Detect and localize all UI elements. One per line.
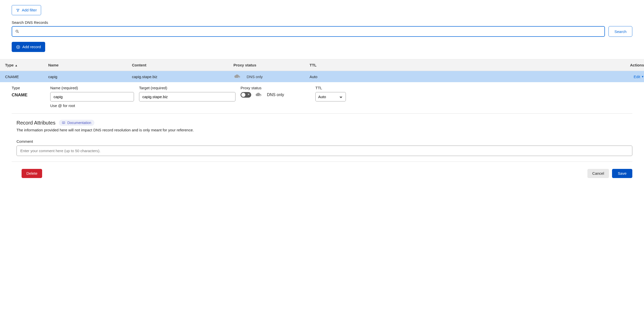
- proxy-label: Proxy status: [241, 86, 315, 90]
- cloud-icon: [233, 74, 242, 79]
- cell-ttl: Auto: [310, 75, 345, 79]
- add-filter-label: Add filter: [22, 8, 37, 12]
- col-content[interactable]: Content: [132, 63, 233, 67]
- col-actions: Actions: [345, 63, 644, 67]
- cell-content: capig.stape.biz: [132, 75, 233, 79]
- col-proxy[interactable]: Proxy status: [233, 63, 310, 67]
- cell-type: CNAME: [5, 75, 48, 79]
- cloud-icon: [255, 92, 263, 97]
- save-button[interactable]: Save: [612, 169, 632, 178]
- comment-input[interactable]: [16, 146, 632, 156]
- proxy-toggle[interactable]: ✕: [241, 92, 251, 98]
- name-input[interactable]: [50, 92, 134, 101]
- filter-icon: [16, 8, 20, 12]
- search-button[interactable]: Search: [608, 26, 632, 37]
- attributes-desc: The information provided here will not i…: [16, 128, 632, 132]
- plus-circle-icon: [16, 45, 20, 49]
- delete-button[interactable]: Delete: [22, 169, 42, 178]
- proxy-text: DNS only: [267, 93, 284, 97]
- ttl-select[interactable]: Auto: [315, 92, 346, 101]
- attributes-title: Record Attributes: [16, 120, 55, 126]
- add-filter-button[interactable]: Add filter: [12, 5, 41, 15]
- table-row[interactable]: CNAME capig capig.stape.biz DNS only Aut…: [0, 71, 644, 82]
- col-ttl[interactable]: TTL: [310, 63, 345, 67]
- target-input[interactable]: [139, 92, 235, 101]
- add-record-button[interactable]: Add record: [12, 42, 45, 52]
- name-help: Use @ for root: [50, 103, 139, 108]
- search-label: Search DNS Records: [12, 20, 632, 25]
- cell-proxy: DNS only: [233, 74, 310, 79]
- x-icon: ✕: [247, 93, 250, 96]
- add-record-label: Add record: [22, 45, 41, 49]
- edit-button[interactable]: Edit ▼: [634, 75, 644, 79]
- dns-records-table: Type▲ Name Content Proxy status TTL Acti…: [0, 59, 644, 82]
- type-value: CNAME: [12, 93, 50, 98]
- sort-asc-icon: ▲: [15, 64, 18, 67]
- documentation-link[interactable]: Documentation: [59, 120, 94, 126]
- svg-point-0: [16, 30, 18, 32]
- edit-panel: Type CNAME Name (required) Use @ for roo…: [0, 82, 644, 108]
- name-label: Name (required): [50, 86, 139, 90]
- col-name[interactable]: Name: [48, 63, 132, 67]
- caret-down-icon: ▼: [641, 75, 644, 78]
- ttl-label: TTL: [315, 86, 353, 90]
- comment-label: Comment: [16, 139, 632, 144]
- svg-line-1: [18, 32, 19, 33]
- cell-name: capig: [48, 75, 132, 79]
- search-icon: [15, 29, 19, 33]
- search-input[interactable]: [19, 29, 601, 34]
- col-type[interactable]: Type▲: [5, 63, 48, 67]
- cancel-button[interactable]: Cancel: [587, 169, 609, 178]
- search-box[interactable]: [12, 26, 605, 37]
- type-label: Type: [12, 86, 50, 90]
- book-icon: [62, 121, 65, 125]
- target-label: Target (required): [139, 86, 241, 90]
